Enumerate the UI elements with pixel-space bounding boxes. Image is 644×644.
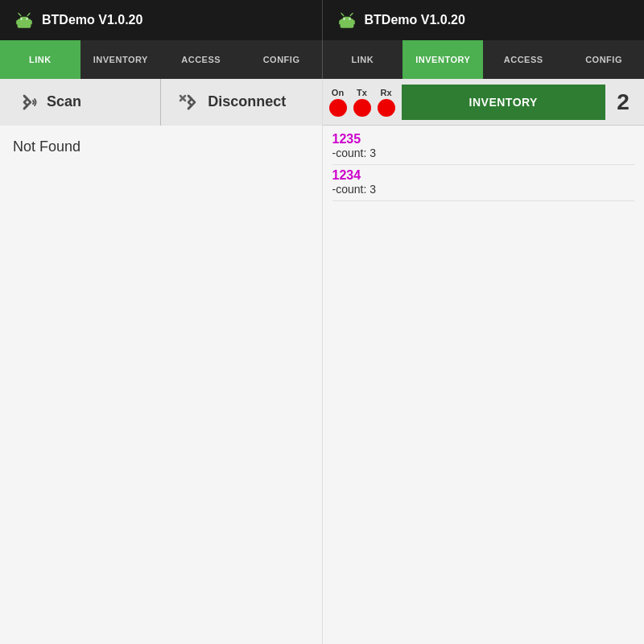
svg-line-13 [350, 14, 353, 16]
scan-button[interactable]: Scan [0, 79, 160, 126]
svg-line-12 [341, 14, 344, 16]
right-tab-access[interactable]: ACCESS [483, 40, 564, 79]
on-dot [329, 99, 347, 117]
left-tab-link[interactable]: LINK [0, 40, 80, 79]
left-tab-group: LINK INVENTORY ACCESS CONFIG [0, 40, 322, 79]
right-tab-group: LINK INVENTORY ACCESS CONFIG [323, 40, 645, 79]
svg-point-10 [343, 19, 345, 20]
tx-label: Tx [357, 88, 367, 97]
left-tab-inventory[interactable]: INVENTORY [80, 40, 161, 79]
inventory-list: 1235 -count: 3 1234 -count: 3 [323, 126, 645, 211]
svg-point-3 [26, 19, 27, 20]
rx-indicator: Rx [378, 88, 395, 117]
disconnect-label: Disconnect [208, 93, 286, 110]
bluetooth-scan-icon [16, 93, 40, 112]
on-label: On [332, 88, 344, 97]
right-tab-link[interactable]: LINK [323, 40, 403, 79]
svg-rect-6 [16, 20, 19, 25]
svg-rect-14 [339, 20, 341, 25]
svg-rect-15 [353, 20, 355, 25]
left-panel: Scan Disconnect Not Found [0, 79, 323, 644]
action-bar-left: Scan Disconnect [0, 79, 322, 126]
action-bar-right: On Tx Rx INVENTORY 2 [323, 79, 645, 126]
tx-dot [353, 99, 371, 117]
item-count-1234: -count: 3 [332, 183, 635, 196]
svg-line-5 [27, 14, 30, 16]
content-area: Scan Disconnect Not Found [0, 79, 644, 644]
tx-indicator: Tx [353, 88, 371, 117]
right-tab-inventory[interactable]: INVENTORY [402, 40, 483, 79]
left-title-bar: BTDemo V1.0.20 [0, 0, 322, 40]
left-tab-access[interactable]: ACCESS [161, 40, 242, 79]
status-text: Not Found [0, 126, 322, 168]
right-title-bar: BTDemo V1.0.20 [323, 0, 645, 40]
left-tab-config[interactable]: CONFIG [242, 40, 322, 79]
inventory-count: 2 [609, 89, 638, 115]
left-title-text: BTDemo V1.0.20 [42, 13, 142, 27]
list-item: 1234 -count: 3 [332, 168, 635, 201]
list-item: 1235 -count: 3 [332, 132, 635, 165]
rx-dot [378, 99, 395, 117]
title-bars: BTDemo V1.0.20 BTDemo V1.0.20 [0, 0, 644, 40]
scan-label: Scan [47, 93, 81, 110]
disconnect-button[interactable]: Disconnect [161, 79, 321, 126]
android-icon-right [336, 9, 358, 31]
item-count-1235: -count: 3 [332, 147, 635, 159]
disconnect-icon [177, 93, 201, 112]
android-icon-left [13, 9, 35, 31]
svg-point-11 [349, 19, 350, 20]
right-title-text: BTDemo V1.0.20 [365, 13, 465, 27]
svg-line-4 [19, 14, 21, 16]
right-tab-config[interactable]: CONFIG [564, 40, 644, 79]
item-id-1234: 1234 [332, 168, 635, 183]
right-panel: On Tx Rx INVENTORY 2 1235 -count: 3 [323, 79, 645, 644]
svg-rect-7 [30, 20, 32, 25]
on-indicator: On [329, 88, 347, 117]
item-id-1235: 1235 [332, 132, 635, 147]
svg-point-2 [20, 19, 22, 20]
inventory-button[interactable]: INVENTORY [402, 85, 606, 120]
tab-bars: LINK INVENTORY ACCESS CONFIG LINK INVENT… [0, 40, 644, 79]
rx-label: Rx [380, 88, 391, 97]
